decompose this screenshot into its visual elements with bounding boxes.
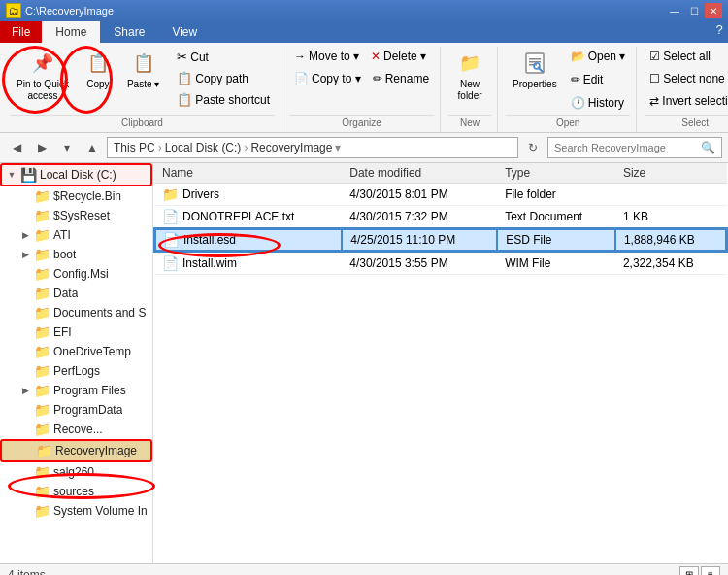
search-input[interactable] bbox=[554, 142, 697, 153]
select-items: ☑ Select all ☐ Select none ⇄ Invert sele… bbox=[645, 47, 728, 113]
delete-button[interactable]: ✕ Delete ▾ bbox=[366, 47, 431, 66]
sidebar-item-data[interactable]: ▶ 📁 Data bbox=[0, 284, 152, 303]
sidebar-item-perflogs[interactable]: ▶ 📁 PerfLogs bbox=[0, 361, 152, 381]
sidebar-item-programfiles[interactable]: ▶ 📁 Program Files bbox=[0, 381, 152, 400]
tab-file[interactable]: File bbox=[0, 21, 42, 43]
properties-button[interactable]: Properties bbox=[506, 47, 564, 92]
new-items: 📁 Newfolder bbox=[448, 47, 491, 113]
recent-button[interactable]: ▾ bbox=[56, 137, 78, 158]
new-folder-button[interactable]: 📁 Newfolder bbox=[448, 47, 491, 105]
ribbon-help-button[interactable]: ? bbox=[711, 21, 728, 37]
breadcrumb-recoveryimage[interactable]: RecoveryImage bbox=[250, 141, 332, 154]
copy-path-icon: 📋 bbox=[177, 71, 192, 85]
programfiles-label: Program Files bbox=[53, 384, 126, 397]
copy-icon: 📋 bbox=[84, 50, 112, 77]
documentsand-label: Documents and S bbox=[53, 306, 146, 320]
copy-to-button[interactable]: 📄 Copy to ▾ bbox=[289, 69, 366, 88]
file-content: Name Date modified Type Size 📁Drivers 4/… bbox=[153, 163, 728, 563]
sidebar-item-onedrivetemp[interactable]: ▶ 📁 OneDriveTemp bbox=[0, 342, 152, 361]
select-none-icon: ☐ bbox=[649, 72, 660, 85]
col-date[interactable]: Date modified bbox=[342, 163, 497, 184]
sidebar-item-documentsand[interactable]: ▶ 📁 Documents and S bbox=[0, 303, 152, 322]
tab-share[interactable]: Share bbox=[100, 21, 158, 43]
folder-icon: 📁 bbox=[34, 208, 50, 223]
file-row-donotreplace[interactable]: 📄DONOTREPLACE.txt 4/30/2015 7:32 PM Text… bbox=[154, 206, 727, 229]
col-name[interactable]: Name bbox=[154, 163, 342, 184]
file-date: 4/30/2015 8:01 PM bbox=[342, 184, 497, 206]
breadcrumb-localdisk[interactable]: Local Disk (C:) bbox=[165, 141, 242, 154]
sidebar-item-configmsi[interactable]: ▶ 📁 Config.Msi bbox=[0, 264, 152, 284]
file-row-drivers[interactable]: 📁Drivers 4/30/2015 8:01 PM File folder bbox=[154, 184, 727, 206]
forward-button[interactable]: ▶ bbox=[31, 137, 52, 158]
clipboard-label: Clipboard bbox=[10, 115, 275, 128]
ribbon-tabs: File Home Share View ? bbox=[0, 21, 728, 43]
select-all-button[interactable]: ☑ Select all bbox=[645, 47, 728, 66]
sidebar-item-recovery[interactable]: ▶ 📁 Recove... bbox=[0, 420, 152, 439]
paste-shortcut-label: Paste shortcut bbox=[195, 93, 270, 107]
minimize-button[interactable]: — bbox=[666, 3, 683, 18]
folder-icon: 📁 bbox=[34, 324, 50, 340]
sidebar-item-boot[interactable]: ▶ 📁 boot bbox=[0, 245, 152, 264]
col-size[interactable]: Size bbox=[615, 163, 727, 184]
invert-selection-button[interactable]: ⇄ Invert selection bbox=[645, 91, 728, 111]
folder-icon: 📁 bbox=[34, 227, 50, 243]
select-all-label: Select all bbox=[663, 50, 711, 63]
select-none-button[interactable]: ☐ Select none bbox=[645, 69, 728, 88]
rename-button[interactable]: ✏ Rename bbox=[368, 69, 434, 88]
search-icon: 🔍 bbox=[701, 141, 715, 154]
maximize-button[interactable]: ☐ bbox=[685, 3, 703, 18]
sidebar-item-sbin[interactable]: ▶ 📁 $Recycle.Bin bbox=[0, 186, 152, 206]
folder-icon: 📁 bbox=[34, 286, 50, 301]
tile-view-button[interactable]: ⊞ bbox=[679, 566, 699, 576]
onedrivetemp-label: OneDriveTemp bbox=[53, 345, 131, 358]
paste-button[interactable]: 📋 Paste ▾ bbox=[120, 47, 166, 92]
move-to-label: Move to ▾ bbox=[309, 50, 359, 63]
ati-label: ATI bbox=[53, 228, 71, 242]
up-button[interactable]: ▲ bbox=[82, 137, 103, 158]
open-label: Open ▾ bbox=[588, 50, 626, 63]
open-button[interactable]: 📂 Open ▾ bbox=[566, 47, 631, 66]
pin-to-quick-access-button[interactable]: 📌 Pin to Quickaccess bbox=[10, 47, 76, 105]
tab-home[interactable]: Home bbox=[42, 21, 100, 43]
sidebar-item-salg[interactable]: ▶ 📁 salg260 bbox=[0, 462, 152, 482]
breadcrumb-thispc[interactable]: This PC bbox=[114, 141, 155, 154]
cut-label: Cut bbox=[190, 51, 209, 64]
clipboard-items: 📌 Pin to Quickaccess 📋 Copy 📋 Paste ▾ bbox=[10, 47, 275, 113]
sidebar-item-systemvolume[interactable]: ▶ 📁 System Volume In bbox=[0, 501, 152, 521]
file-type: WIM File bbox=[497, 252, 615, 275]
sidebar-item-ssysreset[interactable]: ▶ 📁 $SysReset bbox=[0, 206, 152, 225]
back-button[interactable]: ◀ bbox=[6, 137, 27, 158]
sidebar-item-programdata[interactable]: ▶ 📁 ProgramData bbox=[0, 400, 152, 420]
sidebar-item-sources[interactable]: ▶ 📁 sources bbox=[0, 482, 152, 501]
cut-button[interactable]: ✂ Cut bbox=[172, 47, 275, 67]
file-row-installesd[interactable]: 📄Install.esd 4/25/2015 11:10 PM ESD File… bbox=[154, 228, 727, 252]
list-view-button[interactable]: ≡ bbox=[701, 566, 720, 576]
close-button[interactable]: ✕ bbox=[705, 3, 722, 18]
file-row-installwim[interactable]: 📄Install.wim 4/30/2015 3:55 PM WIM File … bbox=[154, 252, 727, 275]
history-button[interactable]: 🕐 History bbox=[566, 93, 631, 113]
edit-icon: ✏ bbox=[571, 73, 580, 86]
copy-button[interactable]: 📋 Copy bbox=[78, 47, 118, 92]
tab-view[interactable]: View bbox=[158, 21, 211, 43]
sidebar-item-efi[interactable]: ▶ 📁 EFI bbox=[0, 322, 152, 342]
breadcrumb[interactable]: This PC › Local Disk (C:) › RecoveryImag… bbox=[107, 137, 518, 158]
sidebar: ▼ 💾 Local Disk (C:) ▶ 📁 $Recycle.Bin ▶ 📁… bbox=[0, 163, 153, 563]
edit-button[interactable]: ✏ Edit bbox=[566, 70, 631, 89]
move-to-button[interactable]: → Move to ▾ bbox=[289, 47, 364, 66]
folder-icon: 📁 bbox=[34, 402, 50, 418]
delete-icon: ✕ bbox=[371, 50, 381, 63]
paste-shortcut-button[interactable]: 📋 Paste shortcut bbox=[172, 89, 275, 110]
sidebar-item-localdisk[interactable]: ▼ 💾 Local Disk (C:) bbox=[0, 163, 152, 186]
expand-icon: ▶ bbox=[19, 385, 31, 396]
salg-label: salg260 bbox=[53, 465, 94, 479]
expand-icon: ▶ bbox=[19, 249, 31, 260]
invert-selection-icon: ⇄ bbox=[649, 94, 659, 108]
copy-path-button[interactable]: 📋 Copy path bbox=[172, 68, 275, 88]
folder-icon: 📁 bbox=[34, 247, 50, 262]
sidebar-item-recoveryimage[interactable]: ▶ 📁 RecoveryImage bbox=[0, 439, 152, 462]
refresh-button[interactable]: ↻ bbox=[522, 137, 544, 158]
search-box: 🔍 bbox=[547, 137, 722, 158]
open-icon: 📂 bbox=[571, 50, 585, 63]
col-type[interactable]: Type bbox=[497, 163, 615, 184]
sidebar-item-ati[interactable]: ▶ 📁 ATI bbox=[0, 225, 152, 245]
